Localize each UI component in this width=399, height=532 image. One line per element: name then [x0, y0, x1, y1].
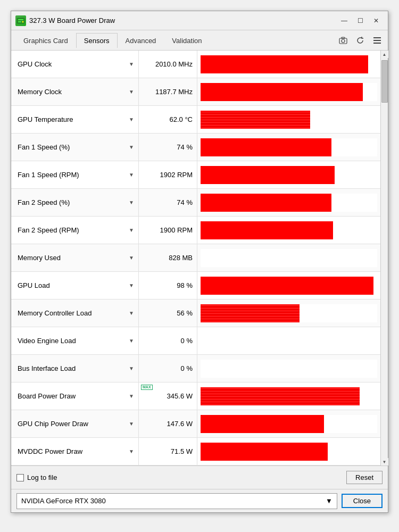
- sensor-label: MVDDC Power Draw: [18, 447, 82, 455]
- sensor-bar-cell: [197, 217, 380, 244]
- log-to-file-checkbox[interactable]: [16, 474, 24, 481]
- bar-fill: [201, 415, 324, 433]
- reset-button[interactable]: Reset: [346, 471, 383, 484]
- bar-container: [201, 415, 377, 433]
- sensor-row: Video Engine Load ▼ 0 %: [11, 327, 380, 355]
- bar-fill: [201, 55, 368, 73]
- sensor-value-cell: 98 %: [139, 272, 197, 299]
- sensor-name-cell: Memory Used ▼: [11, 244, 139, 271]
- sensor-value-text: 74 %: [177, 143, 193, 151]
- camera-icon-button[interactable]: [337, 34, 350, 47]
- sensor-value-text: 62.0 °C: [169, 115, 193, 123]
- sensor-dropdown-arrow[interactable]: ▼: [129, 61, 134, 67]
- sensor-name-cell: Video Engine Load ▼: [11, 327, 139, 354]
- scroll-up-button[interactable]: ▲: [381, 51, 388, 58]
- close-window-button[interactable]: ✕: [369, 15, 384, 27]
- bar-fill: [201, 277, 373, 295]
- log-to-file-text: Log to file: [27, 473, 57, 481]
- scroll-thumb[interactable]: [381, 60, 388, 103]
- sensor-dropdown-arrow[interactable]: ▼: [129, 310, 134, 316]
- bar-container: [201, 55, 377, 73]
- sensor-bar-cell: [197, 244, 380, 271]
- sensor-value-text: 1902 RPM: [160, 171, 193, 179]
- sensor-row: GPU Chip Power Draw ▼ 147.6 W: [11, 410, 380, 438]
- sensor-value-cell: 147.6 W: [139, 410, 197, 437]
- sensor-list: GPU Clock ▼ 2010.0 MHz Memory Clock ▼ 11…: [11, 51, 380, 466]
- tab-validation[interactable]: Validation: [164, 33, 210, 48]
- bar-noise-overlay: [201, 387, 360, 405]
- bar-container: [201, 443, 377, 461]
- sensor-dropdown-arrow[interactable]: ▼: [129, 227, 134, 233]
- bar-fill: [201, 304, 300, 322]
- bar-container: [201, 332, 377, 350]
- maximize-button[interactable]: ☐: [353, 15, 368, 27]
- content-area: GPU Clock ▼ 2010.0 MHz Memory Clock ▼ 11…: [11, 51, 388, 466]
- sensor-row: Fan 2 Speed (RPM) ▼ 1900 RPM: [11, 217, 380, 244]
- svg-rect-7: [373, 37, 381, 38]
- bar-fill: [201, 194, 331, 212]
- sensor-dropdown-arrow[interactable]: ▼: [129, 255, 134, 261]
- sensor-value-cell: 56 %: [139, 300, 197, 327]
- sensor-dropdown-arrow[interactable]: ▼: [129, 144, 134, 150]
- bar-fill: [201, 443, 328, 461]
- sensor-label: Bus Interface Load: [18, 364, 76, 372]
- sensor-bar-cell: [197, 272, 380, 299]
- bar-container: [201, 111, 377, 129]
- sensor-dropdown-arrow[interactable]: ▼: [129, 172, 134, 178]
- sensor-bar-cell: [197, 383, 380, 410]
- app-icon: [15, 15, 26, 26]
- sensor-value-cell: 1902 RPM: [139, 161, 197, 188]
- sensor-dropdown-arrow[interactable]: ▼: [129, 448, 134, 454]
- sensor-value-text: 1187.7 MHz: [155, 88, 193, 96]
- close-button[interactable]: Close: [342, 494, 383, 508]
- bar-fill: [201, 166, 335, 184]
- scroll-down-button[interactable]: ▼: [381, 458, 388, 466]
- sensor-label: Video Engine Load: [18, 337, 76, 345]
- tab-sensors[interactable]: Sensors: [76, 33, 118, 48]
- bar-container: [201, 249, 377, 267]
- sensor-dropdown-arrow[interactable]: ▼: [129, 282, 134, 288]
- sensor-value-cell: 1187.7 MHz: [139, 78, 197, 105]
- menu-icon-button[interactable]: [371, 34, 384, 47]
- sensor-value-text: 345.6 W: [167, 392, 193, 400]
- sensor-dropdown-arrow[interactable]: ▼: [129, 393, 134, 399]
- sensor-dropdown-arrow[interactable]: ▼: [129, 421, 134, 427]
- sensor-name-cell: Fan 2 Speed (%) ▼: [11, 189, 139, 216]
- sensor-value-text: 56 %: [177, 309, 193, 317]
- sensor-row: GPU Temperature ▼ 62.0 °C: [11, 106, 380, 134]
- sensor-value-cell: 0 %: [139, 327, 197, 354]
- sensor-bar-cell: [197, 355, 380, 382]
- sensor-label: GPU Chip Power Draw: [18, 420, 88, 428]
- bar-fill: [201, 111, 310, 129]
- tab-graphics-card[interactable]: Graphics Card: [15, 33, 76, 48]
- minimize-button[interactable]: —: [337, 15, 352, 27]
- sensor-name-cell: Fan 2 Speed (RPM) ▼: [11, 217, 139, 244]
- tab-advanced[interactable]: Advanced: [118, 33, 164, 48]
- sensor-value-text: 98 %: [177, 281, 193, 289]
- sensor-row: Fan 1 Speed (RPM) ▼ 1902 RPM: [11, 161, 380, 189]
- sensor-bar-cell: [197, 410, 380, 437]
- window-title: 327.3 W Board Power Draw: [29, 16, 115, 24]
- svg-point-5: [342, 39, 345, 43]
- sensor-bar-cell: [197, 438, 380, 465]
- sensor-dropdown-arrow[interactable]: ▼: [129, 89, 134, 95]
- sensor-name-cell: GPU Load ▼: [11, 272, 139, 299]
- log-to-file-label[interactable]: Log to file: [16, 473, 57, 481]
- svg-rect-8: [373, 40, 381, 41]
- sensor-value-cell: 74 %: [139, 189, 197, 216]
- sensor-dropdown-arrow[interactable]: ▼: [129, 365, 134, 371]
- bottom-bar: NVIDIA GeForce RTX 3080 ▼ Close: [11, 489, 388, 512]
- sensor-row: GPU Load ▼ 98 %: [11, 272, 380, 300]
- sensor-value-text: 2010.0 MHz: [155, 60, 193, 68]
- sensor-value-cell: 0 %: [139, 355, 197, 382]
- sensor-dropdown-arrow[interactable]: ▼: [129, 200, 134, 205]
- svg-rect-2: [18, 21, 21, 22]
- sensor-label: Memory Used: [18, 254, 61, 262]
- refresh-icon-button[interactable]: [354, 34, 367, 47]
- sensor-label: Fan 2 Speed (RPM): [18, 226, 79, 234]
- gpu-select[interactable]: NVIDIA GeForce RTX 3080 ▼: [16, 493, 337, 509]
- sensor-name-cell: Fan 1 Speed (%) ▼: [11, 134, 139, 161]
- sensor-label: GPU Clock: [18, 60, 52, 68]
- sensor-dropdown-arrow[interactable]: ▼: [129, 117, 134, 122]
- sensor-dropdown-arrow[interactable]: ▼: [129, 338, 134, 344]
